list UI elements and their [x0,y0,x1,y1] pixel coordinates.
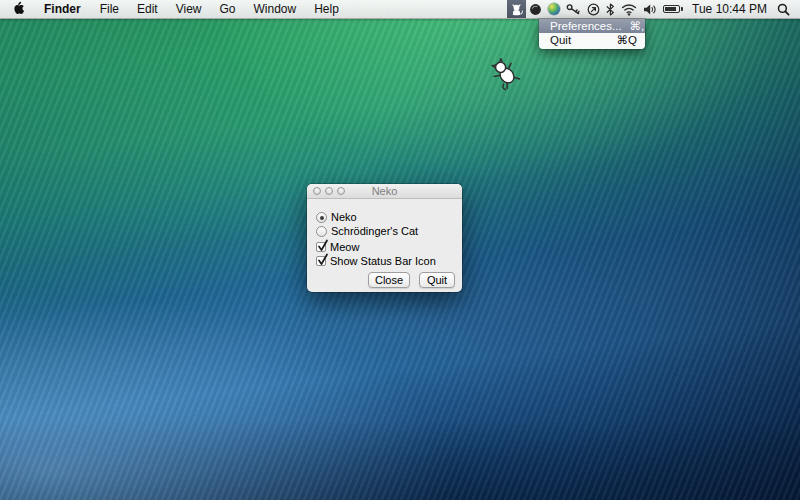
checkbox-meow[interactable]: Meow [316,241,359,253]
apple-menu[interactable] [0,0,34,18]
close-window-button[interactable] [313,187,321,195]
menu-item-help[interactable]: Help [305,0,348,18]
apple-logo-icon [13,1,25,18]
volume-icon[interactable] [640,0,660,18]
bluetooth-icon[interactable] [603,0,618,18]
status-icon-cluster: Tue 10:44 PM [507,0,800,18]
location-arrow-status-icon[interactable] [584,0,603,18]
dark-disc-status-icon[interactable] [526,0,545,18]
menu-bar: Finder File Edit View Go Window Help [0,0,800,19]
menu-bar-left: Finder File Edit View Go Window Help [0,0,348,18]
neko-status-icon[interactable] [507,0,526,18]
checkbox-show-status-bar-icon-label: Show Status Bar Icon [330,255,436,267]
menu-item-go[interactable]: Go [211,0,245,18]
key-status-icon[interactable] [563,0,584,18]
neko-status-menu: Preferences... ⌘, Quit ⌘Q [539,19,645,49]
radio-neko-label: Neko [331,211,357,223]
radio-neko-control[interactable] [316,212,327,223]
close-button[interactable]: Close [368,272,410,288]
menu-item-quit-label: Quit [550,33,571,47]
menu-item-quit-shortcut: ⌘Q [617,33,637,47]
neko-cat-sprite [486,53,525,93]
checkbox-show-status-bar-icon-control[interactable] [316,256,326,266]
spotlight-icon[interactable] [774,0,800,18]
desktop: Finder File Edit View Go Window Help [0,0,800,500]
radio-schrodingers-cat[interactable]: Schrödinger's Cat [316,225,418,237]
menu-item-edit[interactable]: Edit [128,0,167,18]
menu-item-file[interactable]: File [91,0,128,18]
minimize-window-button[interactable] [325,187,333,195]
radio-neko[interactable]: Neko [316,211,357,223]
menu-item-preferences-label: Preferences... [550,19,622,33]
menu-item-preferences[interactable]: Preferences... ⌘, [539,19,645,33]
menu-item-window[interactable]: Window [245,0,306,18]
menu-item-preferences-shortcut: ⌘, [630,19,645,33]
traffic-lights [313,187,349,195]
window-title-bar[interactable]: Neko [307,184,462,199]
checkbox-show-status-bar-icon[interactable]: Show Status Bar Icon [316,255,436,267]
checkbox-meow-label: Meow [330,241,359,253]
radio-schrodingers-cat-label: Schrödinger's Cat [331,225,418,237]
menu-item-finder[interactable]: Finder [34,0,91,18]
battery-icon[interactable] [660,0,686,18]
menu-bar-clock[interactable]: Tue 10:44 PM [686,2,774,16]
color-globe-status-icon[interactable] [545,0,563,18]
neko-window: Neko Neko Schrödinger's Cat Meow [307,184,462,292]
menu-item-quit[interactable]: Quit ⌘Q [539,33,645,47]
checkbox-meow-control[interactable] [316,242,326,252]
radio-schrodingers-cat-control[interactable] [316,226,327,237]
zoom-window-button[interactable] [337,187,345,195]
quit-button[interactable]: Quit [419,272,455,288]
wifi-icon[interactable] [618,0,640,18]
menu-item-view[interactable]: View [167,0,211,18]
